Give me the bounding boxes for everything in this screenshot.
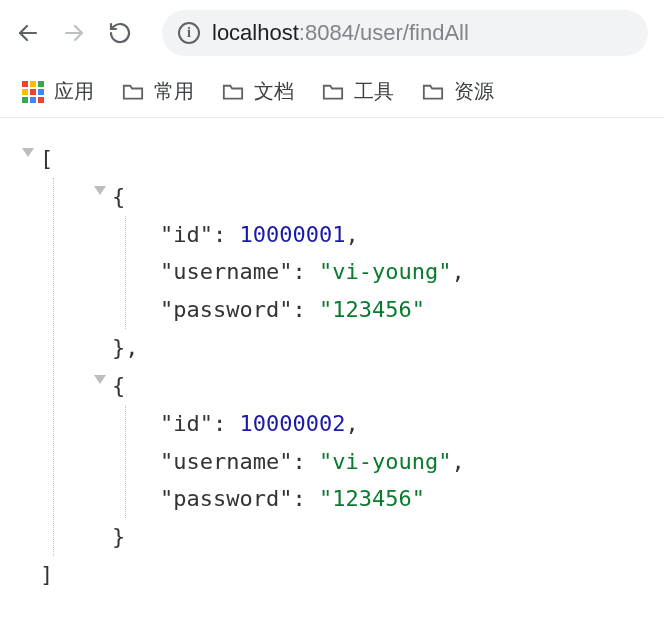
address-bar[interactable]: i localhost:8084/user/findAll [162, 10, 648, 56]
json-key: "id" [160, 411, 213, 436]
collapse-toggle[interactable] [94, 186, 106, 195]
json-viewer: [ { "id": 10000001, "username": "vi-youn… [0, 118, 664, 616]
colon: : [292, 486, 319, 511]
json-string: "123456" [319, 486, 425, 511]
url-path: /user/findAll [354, 20, 469, 45]
folder-icon [422, 83, 444, 101]
json-string: "vi-young" [319, 449, 451, 474]
json-key: "username" [160, 259, 292, 284]
json-string: "123456" [319, 297, 425, 322]
url-text: localhost:8084/user/findAll [212, 20, 469, 46]
apps-icon [22, 81, 44, 103]
apps-shortcut[interactable]: 应用 [22, 78, 94, 105]
reload-button[interactable] [108, 21, 132, 45]
bookmarks-bar: 应用 常用 文档 工具 资源 [0, 66, 664, 118]
folder-icon [222, 83, 244, 101]
bookmark-folder[interactable]: 工具 [322, 78, 394, 105]
colon: : [213, 411, 240, 436]
collapse-toggle[interactable] [94, 375, 106, 384]
colon: : [292, 297, 319, 322]
back-button[interactable] [16, 21, 40, 45]
bookmark-label: 文档 [254, 78, 294, 105]
colon: : [292, 259, 319, 284]
url-port: :8084 [299, 20, 354, 45]
forward-button[interactable] [62, 21, 86, 45]
apps-label: 应用 [54, 78, 94, 105]
json-content: [ { "id": 10000001, "username": "vi-youn… [40, 140, 465, 594]
json-key: "password" [160, 297, 292, 322]
comma: , [451, 259, 464, 284]
comma: , [345, 411, 358, 436]
open-brace: { [112, 373, 125, 398]
url-host: localhost [212, 20, 299, 45]
bookmark-label: 常用 [154, 78, 194, 105]
json-number: 10000001 [239, 222, 345, 247]
bookmark-folder[interactable]: 资源 [422, 78, 494, 105]
browser-nav-bar: i localhost:8084/user/findAll [0, 0, 664, 66]
json-key: "id" [160, 222, 213, 247]
json-key: "username" [160, 449, 292, 474]
json-number: 10000002 [239, 411, 345, 436]
colon: : [292, 449, 319, 474]
bookmark-label: 资源 [454, 78, 494, 105]
collapse-toggle[interactable] [22, 148, 34, 157]
open-bracket: [ [40, 146, 53, 171]
bookmark-label: 工具 [354, 78, 394, 105]
open-brace: { [112, 184, 125, 209]
folder-icon [122, 83, 144, 101]
close-brace: } [112, 524, 125, 549]
comma: , [345, 222, 358, 247]
json-key: "password" [160, 486, 292, 511]
bookmark-folder[interactable]: 常用 [122, 78, 194, 105]
json-string: "vi-young" [319, 259, 451, 284]
close-bracket: ] [40, 562, 53, 587]
comma: , [451, 449, 464, 474]
colon: : [213, 222, 240, 247]
site-info-icon[interactable]: i [178, 22, 200, 44]
bookmark-folder[interactable]: 文档 [222, 78, 294, 105]
close-brace: }, [112, 335, 139, 360]
folder-icon [322, 83, 344, 101]
